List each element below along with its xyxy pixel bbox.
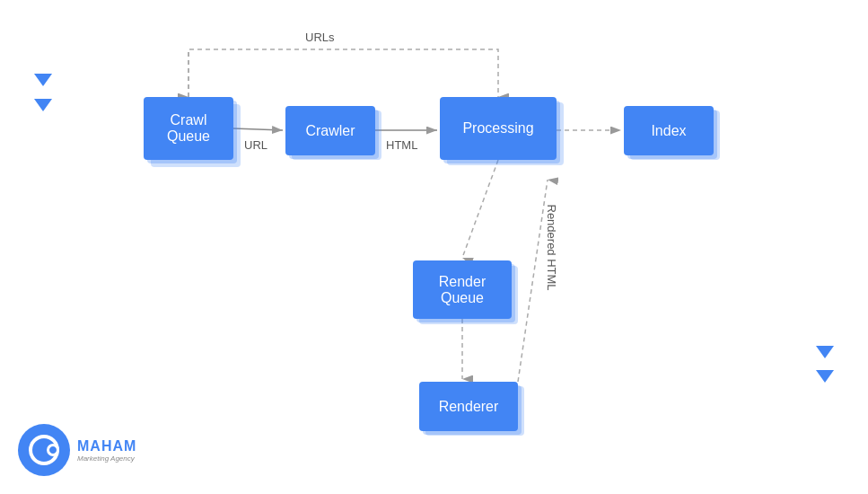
url-arrow-label: URL	[244, 138, 267, 152]
renderer-to-processing-line	[518, 180, 548, 382]
crawler-box: Crawler	[285, 106, 375, 155]
rendered-html-label: Rendered HTML	[545, 205, 558, 291]
urls-label: URLs	[305, 31, 335, 44]
processing-label: Processing	[462, 120, 533, 137]
cq-to-crawler-line	[233, 128, 283, 130]
logo-circle	[18, 424, 70, 476]
logo-name: MAHAM	[77, 438, 136, 454]
crawl-queue-label: Crawl Queue	[167, 112, 210, 145]
logo-container: MAHAM Marketing Agency	[18, 424, 136, 476]
deco-triangle-3	[816, 346, 834, 358]
deco-triangle-2	[34, 99, 52, 111]
html-arrow-label: HTML	[386, 138, 417, 152]
deco-triangle-1	[34, 74, 52, 86]
crawler-label: Crawler	[305, 123, 355, 139]
processing-to-renderqueue-line	[462, 160, 498, 258]
renderer-label: Renderer	[439, 399, 499, 415]
index-box: Index	[624, 106, 714, 155]
render-queue-box: Render Queue	[413, 260, 512, 319]
renderer-box: Renderer	[419, 382, 518, 431]
logo-dot	[47, 444, 59, 456]
diagram-container: URLs Crawl Queue Crawler Processing Inde…	[0, 0, 868, 494]
logo-subtitle: Marketing Agency	[77, 454, 136, 463]
render-queue-label: Render Queue	[439, 274, 486, 306]
crawl-queue-box: Crawl Queue	[144, 97, 233, 160]
deco-triangle-4	[816, 370, 834, 383]
urls-path	[189, 49, 498, 97]
index-label: Index	[651, 123, 686, 139]
logo-inner-circle	[29, 435, 59, 465]
processing-box: Processing	[440, 97, 557, 160]
